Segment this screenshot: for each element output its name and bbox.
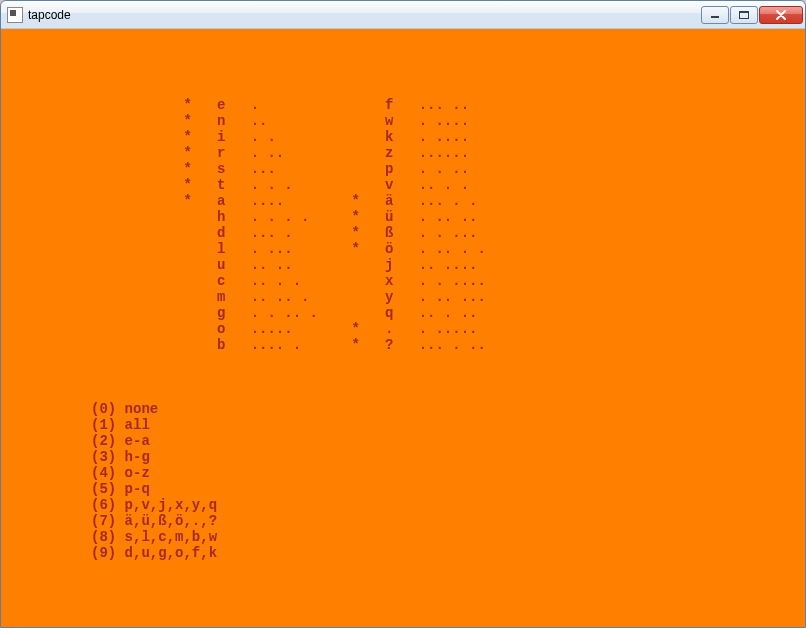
terminal-line	[7, 369, 799, 385]
app-window: tapcode * e . f ... .. * n ..	[0, 0, 806, 628]
terminal-line: u .. .. j .. ....	[7, 257, 799, 273]
terminal-line: (0) none	[7, 401, 799, 417]
terminal-line: (8) s,l,c,m,b,w	[7, 529, 799, 545]
terminal-line: h . . . . * ü . .. ..	[7, 209, 799, 225]
minimize-button[interactable]	[701, 6, 729, 24]
terminal-line: d ... . * ß . . ...	[7, 225, 799, 241]
terminal-line	[7, 81, 799, 97]
terminal-line	[7, 33, 799, 49]
terminal-line: * s ... p . . ..	[7, 161, 799, 177]
terminal-line: o ..... * . . .....	[7, 321, 799, 337]
terminal-line	[7, 353, 799, 369]
close-button[interactable]	[759, 6, 803, 24]
terminal-line: g . . .. . q .. . ..	[7, 305, 799, 321]
svg-rect-0	[711, 16, 719, 18]
terminal-line	[7, 65, 799, 81]
svg-rect-2	[739, 11, 749, 13]
terminal-line: (4) o-z	[7, 465, 799, 481]
terminal-line: * n .. w . ....	[7, 113, 799, 129]
maximize-button[interactable]	[730, 6, 758, 24]
terminal-line: m .. .. . y . .. ...	[7, 289, 799, 305]
terminal-line: c .. . . x . . ....	[7, 273, 799, 289]
terminal-line: (3) h-g	[7, 449, 799, 465]
terminal-line: (9) d,u,g,o,f,k	[7, 545, 799, 561]
terminal-output: * e . f ... .. * n .. w . .... * i . . k…	[7, 33, 799, 561]
terminal-line	[7, 385, 799, 401]
terminal-line: * r . .. z ......	[7, 145, 799, 161]
terminal-line: (7) ä,ü,ß,ö,.,?	[7, 513, 799, 529]
terminal-line: * t . . . v .. . .	[7, 177, 799, 193]
window-controls	[701, 6, 803, 24]
client-area: * e . f ... .. * n .. w . .... * i . . k…	[1, 29, 805, 627]
terminal-line	[7, 49, 799, 65]
terminal-line: * i . . k . ....	[7, 129, 799, 145]
app-icon	[7, 7, 23, 23]
terminal-line: (6) p,v,j,x,y,q	[7, 497, 799, 513]
terminal-line: (5) p-q	[7, 481, 799, 497]
window-title: tapcode	[28, 8, 701, 22]
terminal-line: (1) all	[7, 417, 799, 433]
terminal-line: * e . f ... ..	[7, 97, 799, 113]
titlebar[interactable]: tapcode	[1, 1, 805, 29]
terminal-line: l . ... * ö . .. . .	[7, 241, 799, 257]
terminal-line: b .... . * ? ... . ..	[7, 337, 799, 353]
terminal-line: (2) e-a	[7, 433, 799, 449]
terminal-line: * a .... * ä ... . .	[7, 193, 799, 209]
